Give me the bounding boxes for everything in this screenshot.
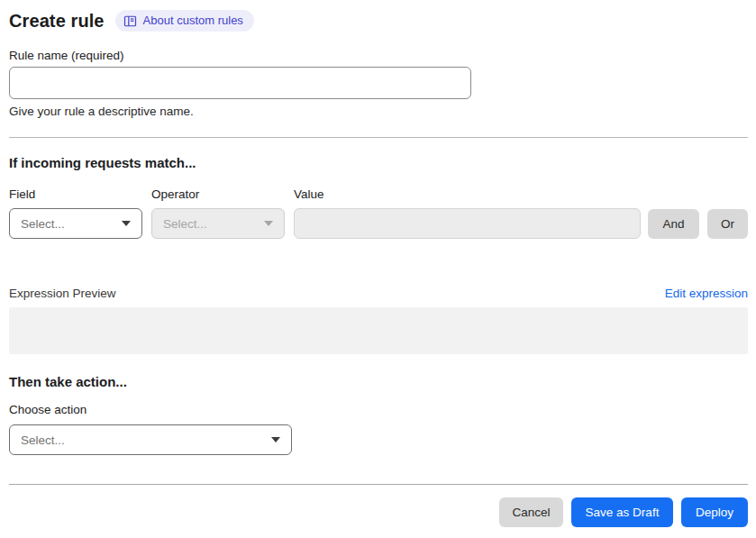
expression-preview-label: Expression Preview (9, 286, 116, 302)
book-icon (123, 14, 137, 28)
save-as-draft-button[interactable]: Save as Draft (571, 497, 673, 527)
action-select-value: Select... (21, 433, 65, 447)
and-button[interactable]: And (648, 209, 699, 239)
rule-name-helper: Give your rule a descriptive name. (9, 104, 748, 120)
operator-label: Operator (151, 187, 285, 203)
match-section-heading: If incoming requests match... (9, 154, 748, 172)
field-label: Field (9, 187, 142, 203)
deploy-button[interactable]: Deploy (681, 497, 748, 527)
divider (9, 484, 748, 485)
value-label: Value (294, 187, 632, 203)
value-input[interactable] (294, 208, 641, 239)
or-button[interactable]: Or (707, 209, 748, 239)
match-labels-row: Field Operator Value (9, 187, 748, 203)
field-select[interactable]: Select... (9, 208, 142, 239)
rule-name-input[interactable] (9, 67, 471, 99)
expression-preview-box (9, 307, 748, 354)
action-select[interactable]: Select... (9, 424, 292, 455)
choose-action-label: Choose action (9, 402, 748, 418)
labels-spacer (632, 187, 748, 203)
chevron-down-icon (122, 221, 131, 226)
footer-actions: Cancel Save as Draft Deploy (9, 497, 748, 527)
operator-select[interactable]: Select... (151, 208, 285, 239)
about-custom-rules-link[interactable]: About custom rules (115, 10, 254, 32)
about-custom-rules-label: About custom rules (143, 10, 243, 32)
match-controls-row: Select... Select... And Or (9, 208, 748, 239)
create-rule-panel: Create rule About custom rules Rule name… (0, 0, 756, 538)
field-select-value: Select... (21, 217, 65, 231)
chevron-down-icon (264, 221, 273, 226)
expression-preview-header: Expression Preview Edit expression (9, 286, 748, 302)
edit-expression-link[interactable]: Edit expression (665, 286, 748, 302)
chevron-down-icon (271, 437, 280, 442)
cancel-button[interactable]: Cancel (499, 497, 563, 527)
page-title: Create rule (9, 9, 105, 32)
rule-name-label: Rule name (required) (9, 48, 748, 64)
operator-select-value: Select... (163, 217, 207, 231)
action-section-heading: Then take action... (9, 373, 748, 391)
header: Create rule About custom rules (9, 9, 748, 32)
divider (9, 137, 748, 138)
